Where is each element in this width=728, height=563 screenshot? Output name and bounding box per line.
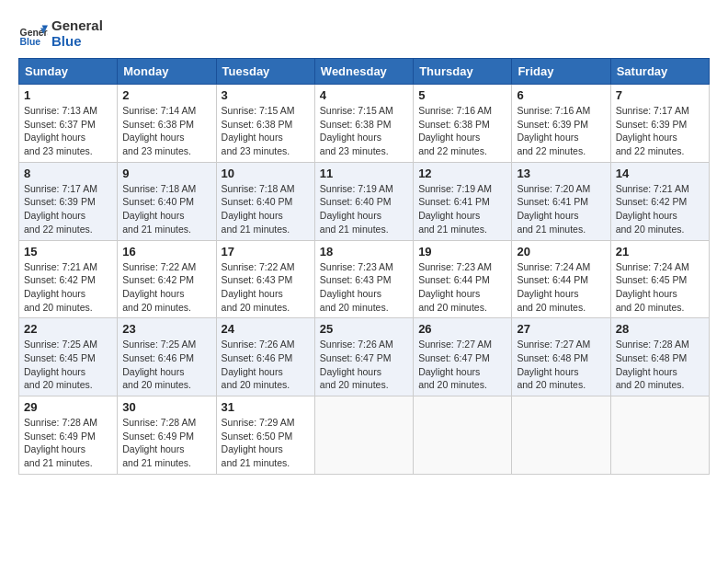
calendar-cell: 2 Sunrise: 7:14 AM Sunset: 6:38 PM Dayli…	[118, 85, 216, 163]
day-info: Sunrise: 7:17 AM Sunset: 6:39 PM Dayligh…	[616, 104, 704, 158]
day-number: 22	[24, 322, 112, 336]
day-number: 18	[320, 245, 408, 259]
day-info: Sunrise: 7:16 AM Sunset: 6:39 PM Dayligh…	[517, 104, 605, 158]
calendar-day-header: Friday	[512, 59, 610, 85]
day-number: 19	[418, 245, 506, 259]
day-info: Sunrise: 7:13 AM Sunset: 6:37 PM Dayligh…	[24, 104, 112, 158]
day-info: Sunrise: 7:25 AM Sunset: 6:45 PM Dayligh…	[24, 338, 112, 392]
day-info: Sunrise: 7:27 AM Sunset: 6:47 PM Dayligh…	[418, 338, 506, 392]
day-number: 3	[222, 88, 310, 102]
day-number: 29	[24, 400, 112, 414]
calendar-day-header: Tuesday	[216, 59, 314, 85]
day-info: Sunrise: 7:22 AM Sunset: 6:43 PM Dayligh…	[222, 260, 310, 315]
day-number: 8	[24, 167, 112, 180]
day-info: Sunrise: 7:26 AM Sunset: 6:46 PM Dayligh…	[222, 338, 310, 392]
day-info: Sunrise: 7:24 AM Sunset: 6:44 PM Dayligh…	[517, 260, 605, 315]
day-number: 1	[24, 88, 112, 102]
calendar-cell: 25 Sunrise: 7:26 AM Sunset: 6:47 PM Dayl…	[314, 318, 413, 396]
calendar-week-row: 8 Sunrise: 7:17 AM Sunset: 6:39 PM Dayli…	[19, 162, 710, 240]
day-info: Sunrise: 7:28 AM Sunset: 6:48 PM Dayligh…	[616, 338, 704, 392]
day-number: 15	[24, 245, 112, 259]
day-info: Sunrise: 7:23 AM Sunset: 6:43 PM Dayligh…	[320, 260, 408, 315]
calendar-cell: 5 Sunrise: 7:16 AM Sunset: 6:38 PM Dayli…	[414, 85, 512, 163]
day-number: 11	[320, 167, 408, 180]
day-info: Sunrise: 7:29 AM Sunset: 6:50 PM Dayligh…	[222, 416, 310, 470]
calendar-cell: 18 Sunrise: 7:23 AM Sunset: 6:43 PM Dayl…	[314, 240, 413, 318]
calendar-week-row: 1 Sunrise: 7:13 AM Sunset: 6:37 PM Dayli…	[19, 85, 710, 163]
day-number: 28	[616, 322, 704, 336]
day-info: Sunrise: 7:15 AM Sunset: 6:38 PM Dayligh…	[222, 104, 310, 158]
calendar-week-row: 29 Sunrise: 7:28 AM Sunset: 6:49 PM Dayl…	[19, 396, 710, 475]
day-info: Sunrise: 7:19 AM Sunset: 6:41 PM Dayligh…	[418, 182, 506, 236]
day-info: Sunrise: 7:25 AM Sunset: 6:46 PM Dayligh…	[122, 338, 210, 392]
day-number: 27	[517, 322, 605, 336]
day-number: 24	[222, 322, 310, 336]
day-number: 26	[418, 322, 506, 336]
day-number: 16	[122, 245, 210, 259]
calendar-cell: 30 Sunrise: 7:28 AM Sunset: 6:49 PM Dayl…	[118, 396, 216, 475]
calendar-cell: 1 Sunrise: 7:13 AM Sunset: 6:37 PM Dayli…	[19, 85, 118, 163]
day-info: Sunrise: 7:15 AM Sunset: 6:38 PM Dayligh…	[320, 104, 408, 158]
calendar-cell: 12 Sunrise: 7:19 AM Sunset: 6:41 PM Dayl…	[414, 162, 512, 240]
day-number: 20	[517, 245, 605, 259]
day-number: 13	[517, 167, 605, 180]
day-info: Sunrise: 7:20 AM Sunset: 6:41 PM Dayligh…	[517, 182, 605, 236]
day-number: 9	[122, 167, 210, 180]
day-info: Sunrise: 7:19 AM Sunset: 6:40 PM Dayligh…	[320, 182, 408, 236]
calendar-cell: 17 Sunrise: 7:22 AM Sunset: 6:43 PM Dayl…	[216, 240, 314, 318]
day-number: 7	[616, 88, 704, 102]
calendar-body: 1 Sunrise: 7:13 AM Sunset: 6:37 PM Dayli…	[19, 85, 710, 475]
day-info: Sunrise: 7:16 AM Sunset: 6:38 PM Dayligh…	[418, 104, 506, 158]
logo-blue: Blue	[51, 34, 103, 50]
calendar-cell: 11 Sunrise: 7:19 AM Sunset: 6:40 PM Dayl…	[314, 162, 413, 240]
day-info: Sunrise: 7:23 AM Sunset: 6:44 PM Dayligh…	[418, 260, 506, 315]
day-info: Sunrise: 7:14 AM Sunset: 6:38 PM Dayligh…	[122, 104, 210, 158]
day-number: 31	[222, 400, 310, 414]
day-number: 6	[517, 88, 605, 102]
day-number: 2	[122, 88, 210, 102]
calendar-cell: 29 Sunrise: 7:28 AM Sunset: 6:49 PM Dayl…	[19, 396, 118, 475]
calendar-cell: 16 Sunrise: 7:22 AM Sunset: 6:42 PM Dayl…	[118, 240, 216, 318]
day-info: Sunrise: 7:26 AM Sunset: 6:47 PM Dayligh…	[320, 338, 408, 392]
calendar-cell: 28 Sunrise: 7:28 AM Sunset: 6:48 PM Dayl…	[610, 318, 709, 396]
calendar-header-row: SundayMondayTuesdayWednesdayThursdayFrid…	[19, 59, 710, 85]
calendar-table: SundayMondayTuesdayWednesdayThursdayFrid…	[18, 58, 710, 475]
calendar-cell: 27 Sunrise: 7:27 AM Sunset: 6:48 PM Dayl…	[512, 318, 610, 396]
calendar-cell: 15 Sunrise: 7:21 AM Sunset: 6:42 PM Dayl…	[19, 240, 118, 318]
calendar-day-header: Monday	[118, 59, 216, 85]
calendar-cell: 26 Sunrise: 7:27 AM Sunset: 6:47 PM Dayl…	[414, 318, 512, 396]
svg-text:Blue: Blue	[20, 37, 41, 47]
day-number: 17	[222, 245, 310, 259]
calendar-cell: 13 Sunrise: 7:20 AM Sunset: 6:41 PM Dayl…	[512, 162, 610, 240]
logo: General Blue General Blue	[18, 18, 103, 49]
calendar-cell: 9 Sunrise: 7:18 AM Sunset: 6:40 PM Dayli…	[118, 162, 216, 240]
calendar-cell: 22 Sunrise: 7:25 AM Sunset: 6:45 PM Dayl…	[19, 318, 118, 396]
calendar-week-row: 22 Sunrise: 7:25 AM Sunset: 6:45 PM Dayl…	[19, 318, 710, 396]
calendar-day-header: Saturday	[610, 59, 709, 85]
day-info: Sunrise: 7:21 AM Sunset: 6:42 PM Dayligh…	[24, 260, 112, 315]
calendar-cell: 24 Sunrise: 7:26 AM Sunset: 6:46 PM Dayl…	[216, 318, 314, 396]
page-header: General Blue General Blue	[18, 18, 710, 49]
day-info: Sunrise: 7:22 AM Sunset: 6:42 PM Dayligh…	[122, 260, 210, 315]
calendar-cell: 23 Sunrise: 7:25 AM Sunset: 6:46 PM Dayl…	[118, 318, 216, 396]
day-number: 30	[122, 400, 210, 414]
calendar-cell: 4 Sunrise: 7:15 AM Sunset: 6:38 PM Dayli…	[314, 85, 413, 163]
calendar-cell: 7 Sunrise: 7:17 AM Sunset: 6:39 PM Dayli…	[610, 85, 709, 163]
day-number: 10	[222, 167, 310, 180]
day-number: 5	[418, 88, 506, 102]
day-number: 21	[616, 245, 704, 259]
calendar-week-row: 15 Sunrise: 7:21 AM Sunset: 6:42 PM Dayl…	[19, 240, 710, 318]
day-info: Sunrise: 7:17 AM Sunset: 6:39 PM Dayligh…	[24, 182, 112, 236]
logo-general: General	[51, 18, 103, 34]
day-info: Sunrise: 7:18 AM Sunset: 6:40 PM Dayligh…	[122, 182, 210, 236]
calendar-cell	[610, 396, 709, 475]
calendar-cell: 14 Sunrise: 7:21 AM Sunset: 6:42 PM Dayl…	[610, 162, 709, 240]
calendar-cell	[414, 396, 512, 475]
calendar-cell: 31 Sunrise: 7:29 AM Sunset: 6:50 PM Dayl…	[216, 396, 314, 475]
day-number: 4	[320, 88, 408, 102]
day-info: Sunrise: 7:21 AM Sunset: 6:42 PM Dayligh…	[616, 182, 704, 236]
calendar-cell: 21 Sunrise: 7:24 AM Sunset: 6:45 PM Dayl…	[610, 240, 709, 318]
calendar-cell: 8 Sunrise: 7:17 AM Sunset: 6:39 PM Dayli…	[19, 162, 118, 240]
calendar-cell	[512, 396, 610, 475]
calendar-cell: 20 Sunrise: 7:24 AM Sunset: 6:44 PM Dayl…	[512, 240, 610, 318]
